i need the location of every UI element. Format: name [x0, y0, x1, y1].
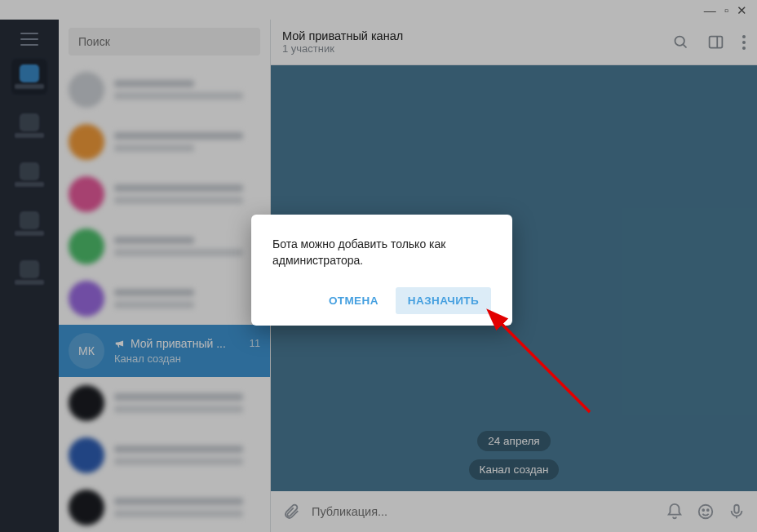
confirm-dialog: Бота можно добавить только как администр…	[251, 215, 512, 326]
dialog-buttons: ОТМЕНА НАЗНАЧИТЬ	[272, 287, 491, 314]
cancel-button[interactable]: ОТМЕНА	[317, 287, 391, 314]
confirm-button[interactable]: НАЗНАЧИТЬ	[396, 287, 491, 314]
dialog-message: Бота можно добавить только как администр…	[272, 236, 491, 269]
